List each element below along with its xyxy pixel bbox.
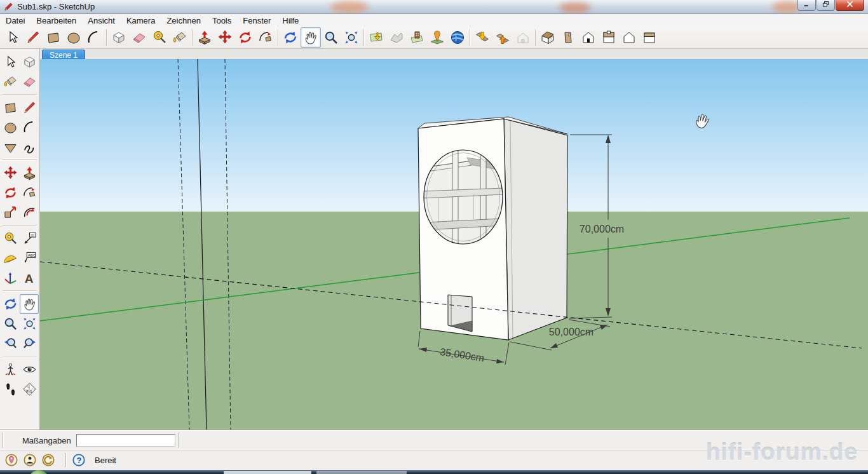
toolbar-button-google-earth[interactable] bbox=[447, 27, 468, 48]
modeling-viewport[interactable]: 70,000cm 50,000cm 35,000cm bbox=[40, 59, 868, 430]
toolbar-button-pan[interactable] bbox=[301, 27, 321, 48]
palette-button-line[interactable] bbox=[20, 98, 39, 118]
palette-button-rectangle[interactable] bbox=[1, 98, 20, 118]
palette-button-walk[interactable] bbox=[1, 379, 20, 399]
palette-button-move[interactable] bbox=[1, 163, 20, 183]
restore-button[interactable] bbox=[817, 0, 835, 11]
toolbar-button-rotate[interactable] bbox=[235, 27, 255, 48]
toolbar-button-view-front[interactable] bbox=[578, 27, 599, 48]
toolbar-button-tape-measure[interactable] bbox=[149, 27, 170, 48]
measurements-input[interactable] bbox=[76, 434, 175, 447]
palette-button-zoom-previous[interactable] bbox=[1, 334, 20, 353]
toolbar-button-arc[interactable] bbox=[84, 27, 104, 48]
menu-item-datei[interactable]: Datei bbox=[0, 15, 31, 27]
palette-separator bbox=[3, 290, 37, 292]
palette-button-zoom-next[interactable] bbox=[20, 334, 39, 353]
speaker-box-model[interactable] bbox=[418, 117, 567, 340]
toolbar-button-share-model[interactable] bbox=[492, 27, 513, 48]
offset-icon bbox=[22, 205, 37, 220]
menu-item-zeichnen[interactable]: Zeichnen bbox=[161, 15, 206, 27]
toolbar-button-share-component[interactable] bbox=[513, 27, 533, 48]
palette-button-text[interactable]: ABC bbox=[20, 248, 39, 268]
geolocation-icon bbox=[4, 453, 18, 467]
svg-text:?: ? bbox=[77, 456, 82, 465]
menu-item-ansicht[interactable]: Ansicht bbox=[82, 15, 121, 27]
toolbar-button-view-right[interactable] bbox=[558, 27, 578, 48]
palette-button-axes[interactable] bbox=[1, 268, 20, 288]
eraser-icon bbox=[132, 30, 147, 45]
polygon-icon bbox=[3, 140, 18, 154]
status-icon-credits[interactable] bbox=[23, 453, 37, 467]
toolbar-button-zoom[interactable] bbox=[321, 27, 341, 48]
get-models-icon bbox=[475, 30, 490, 45]
palette-row bbox=[1, 334, 39, 353]
toolbar-button-toggle-terrain[interactable] bbox=[386, 27, 407, 48]
status-icons bbox=[4, 453, 60, 467]
palette-button-follow-me[interactable] bbox=[20, 183, 39, 203]
palette-button-freehand[interactable] bbox=[20, 137, 39, 157]
position-camera-icon bbox=[3, 362, 18, 377]
claim-icon bbox=[41, 453, 55, 467]
palette-button-section-plane[interactable]: CR-S bbox=[20, 379, 39, 399]
palette-button-tape-measure[interactable] bbox=[1, 229, 20, 248]
close-button[interactable] bbox=[836, 0, 864, 11]
toolbar-button-view-left[interactable] bbox=[639, 27, 660, 48]
status-icon-geolocation[interactable] bbox=[4, 453, 18, 467]
palette-button-polygon[interactable] bbox=[1, 137, 20, 157]
menu-item-kamera[interactable]: Kamera bbox=[121, 15, 161, 27]
palette-button-zoom-extents[interactable] bbox=[20, 314, 39, 334]
toolbar-button-orbit[interactable] bbox=[280, 27, 301, 48]
taskbar-button[interactable] bbox=[316, 471, 407, 474]
toolbar-button-photo-textures[interactable] bbox=[407, 27, 427, 48]
toolbar-button-get-models[interactable] bbox=[472, 27, 492, 48]
palette-button-zoom[interactable] bbox=[1, 314, 20, 334]
toolbar-button-push-pull[interactable] bbox=[194, 27, 215, 48]
menu-item-tools[interactable]: Tools bbox=[207, 15, 237, 27]
start-orb-icon[interactable] bbox=[28, 470, 50, 474]
toolbar-button-view-back[interactable] bbox=[619, 27, 639, 48]
toolbar-button-make-component[interactable] bbox=[109, 27, 129, 48]
minimize-button[interactable] bbox=[797, 0, 816, 11]
menu-item-hilfe[interactable]: Hilfe bbox=[276, 15, 304, 27]
palette-button-arc[interactable] bbox=[20, 118, 39, 137]
windows-taskbar[interactable] bbox=[0, 470, 868, 474]
palette-button-position-camera[interactable] bbox=[1, 360, 20, 379]
palette-button-make-component[interactable] bbox=[20, 52, 39, 72]
toolbar-button-view-iso[interactable] bbox=[538, 27, 558, 48]
palette-button-select[interactable] bbox=[1, 52, 20, 72]
palette-separator bbox=[3, 159, 37, 161]
toolbar-button-model-here[interactable] bbox=[427, 27, 447, 48]
toolbar-button-view-top[interactable] bbox=[599, 27, 619, 48]
toolbar-button-circle[interactable] bbox=[64, 27, 84, 48]
toolbar-button-eraser[interactable] bbox=[129, 27, 149, 48]
toolbar-button-select[interactable] bbox=[3, 27, 23, 48]
palette-row bbox=[1, 98, 39, 118]
palette-button-push-pull[interactable] bbox=[20, 163, 39, 183]
status-icon-claim[interactable] bbox=[41, 453, 55, 467]
palette-button-dimension[interactable] bbox=[20, 229, 39, 248]
palette-button-3d-text[interactable]: A bbox=[20, 268, 39, 288]
palette-button-paint-bucket[interactable] bbox=[1, 72, 20, 91]
palette-button-orbit[interactable] bbox=[1, 294, 20, 314]
toolbar-button-move[interactable] bbox=[215, 27, 235, 48]
menu-item-bearbeiten[interactable]: Bearbeiten bbox=[31, 15, 82, 27]
toolbar-button-line[interactable] bbox=[23, 27, 43, 48]
palette-button-circle[interactable] bbox=[1, 118, 20, 137]
toolbar-button-follow-me[interactable] bbox=[255, 27, 276, 48]
palette-button-look-around[interactable] bbox=[20, 360, 39, 379]
menu-item-fenster[interactable]: Fenster bbox=[237, 15, 276, 27]
palette-button-pan[interactable] bbox=[20, 294, 39, 314]
toolbar-button-add-location[interactable] bbox=[366, 27, 386, 48]
dimension-height-label: 70,000cm bbox=[580, 224, 624, 234]
palette-button-rotate[interactable] bbox=[1, 183, 20, 203]
palette-button-offset[interactable] bbox=[20, 203, 39, 222]
taskbar-button[interactable] bbox=[224, 471, 311, 474]
palette-button-scale[interactable] bbox=[1, 203, 20, 222]
palette-button-protractor[interactable] bbox=[1, 248, 20, 268]
toolbar-button-rectangle[interactable] bbox=[43, 27, 64, 48]
toolbar-button-paint-bucket[interactable] bbox=[170, 27, 190, 48]
palette-button-eraser[interactable] bbox=[20, 72, 39, 91]
toolbar-button-zoom-extents[interactable] bbox=[341, 27, 362, 48]
help-icon[interactable]: ? bbox=[72, 453, 86, 467]
palette-row bbox=[1, 163, 39, 183]
